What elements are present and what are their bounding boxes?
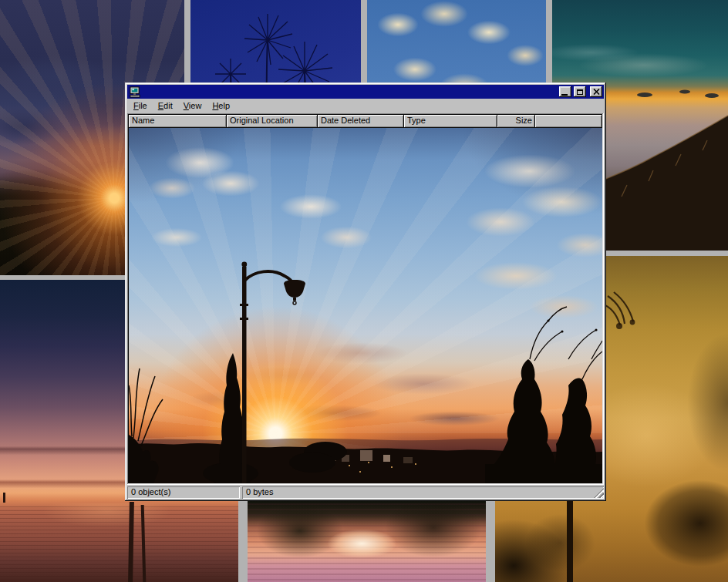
column-header-type[interactable]: Type bbox=[404, 115, 497, 128]
menubar: File Edit View Help bbox=[127, 99, 604, 113]
column-header-row: Name Original Location Date Deleted Type… bbox=[129, 115, 602, 128]
status-byte-count: 0 bytes bbox=[242, 486, 604, 499]
minimize-icon bbox=[561, 94, 568, 96]
file-list-view[interactable]: Name Original Location Date Deleted Type… bbox=[127, 113, 604, 485]
minimize-button[interactable] bbox=[559, 86, 571, 97]
maximize-icon bbox=[577, 89, 583, 95]
close-button[interactable] bbox=[590, 86, 602, 97]
titlebar[interactable] bbox=[127, 85, 604, 99]
column-header-name[interactable]: Name bbox=[129, 115, 227, 128]
status-object-count: 0 object(s) bbox=[127, 486, 240, 499]
recycle-bin-window: File Edit View Help Name Original Locati… bbox=[125, 82, 606, 501]
menu-view[interactable]: View bbox=[178, 99, 207, 113]
column-header-original-location[interactable]: Original Location bbox=[227, 115, 318, 128]
desktop: { "window": { "title": "", "icons": { "w… bbox=[0, 0, 728, 582]
statusbar: 0 object(s) 0 bytes bbox=[127, 486, 604, 499]
maximize-button[interactable] bbox=[574, 86, 586, 97]
close-icon bbox=[593, 89, 600, 95]
menu-help[interactable]: Help bbox=[207, 99, 235, 113]
client-area-sunset-photo bbox=[129, 128, 602, 483]
menu-edit[interactable]: Edit bbox=[153, 99, 178, 113]
photo-silhouettes bbox=[129, 128, 602, 483]
column-header-filler bbox=[535, 115, 602, 128]
computer-icon bbox=[129, 86, 141, 98]
column-header-size[interactable]: Size bbox=[497, 115, 535, 128]
menu-file[interactable]: File bbox=[128, 99, 153, 113]
column-header-date-deleted[interactable]: Date Deleted bbox=[318, 115, 404, 128]
